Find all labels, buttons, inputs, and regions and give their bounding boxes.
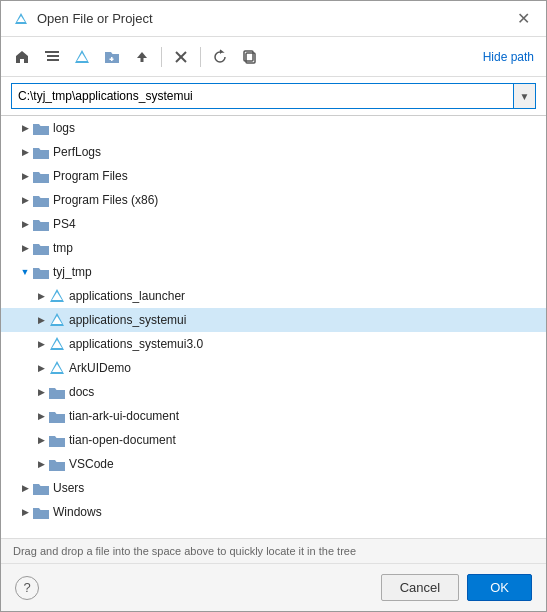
ark-project-icon bbox=[49, 312, 65, 328]
hint-bar: Drag and drop a file into the space abov… bbox=[1, 539, 546, 564]
tree-item[interactable]: ▶ Users bbox=[1, 476, 546, 500]
expand-icon: ▶ bbox=[33, 288, 49, 304]
title-left: Open File or Project bbox=[13, 11, 153, 27]
folder-icon bbox=[49, 384, 65, 400]
expand-icon: ▶ bbox=[17, 192, 33, 208]
svg-rect-3 bbox=[47, 55, 59, 57]
expand-icon: ▶ bbox=[33, 336, 49, 352]
tree-icon bbox=[44, 49, 60, 65]
new-folder-icon bbox=[104, 49, 120, 65]
tree-item-label: Windows bbox=[53, 505, 102, 519]
expand-icon: ▶ bbox=[33, 312, 49, 328]
up-icon bbox=[134, 49, 150, 65]
tree-item-label: Users bbox=[53, 481, 84, 495]
folder-icon bbox=[49, 456, 65, 472]
folder-icon bbox=[33, 240, 49, 256]
folder-icon bbox=[33, 120, 49, 136]
tree-item-label: VSCode bbox=[69, 457, 114, 471]
ok-button[interactable]: OK bbox=[467, 574, 532, 601]
expand-icon: ▶ bbox=[17, 120, 33, 136]
tree-item-label: tmp bbox=[53, 241, 73, 255]
expand-icon: ▶ bbox=[17, 480, 33, 496]
expand-icon: ▶ bbox=[33, 432, 49, 448]
tree-item-label: PS4 bbox=[53, 217, 76, 231]
folder-icon bbox=[33, 168, 49, 184]
app-title-icon bbox=[13, 11, 29, 27]
expand-icon: ▶ bbox=[17, 240, 33, 256]
tree-item[interactable]: ▶ VSCode bbox=[1, 452, 546, 476]
tree-item[interactable]: ▶ ArkUIDemo bbox=[1, 356, 546, 380]
delete-icon bbox=[174, 50, 188, 64]
refresh-button[interactable] bbox=[207, 44, 233, 70]
tree-item-label: Program Files bbox=[53, 169, 128, 183]
tree-item-label: docs bbox=[69, 385, 94, 399]
copy-path-button[interactable] bbox=[237, 44, 263, 70]
tree-view-button[interactable] bbox=[39, 44, 65, 70]
tree-item[interactable]: ▶ PS4 bbox=[1, 212, 546, 236]
home-icon bbox=[14, 49, 30, 65]
svg-rect-8 bbox=[110, 58, 114, 60]
refresh-icon bbox=[212, 49, 228, 65]
expand-icon: ▶ bbox=[33, 360, 49, 376]
folder-icon bbox=[33, 216, 49, 232]
folder-icon bbox=[49, 408, 65, 424]
button-bar: ? Cancel OK bbox=[1, 564, 546, 611]
tree-item[interactable]: ▶ PerfLogs bbox=[1, 140, 546, 164]
hint-text: Drag and drop a file into the space abov… bbox=[13, 545, 356, 557]
expand-icon: ▼ bbox=[17, 264, 33, 280]
file-tree[interactable]: ▶ logs ▶ PerfLogs ▶ Program Files ▶ bbox=[1, 116, 546, 539]
ark-project-icon bbox=[49, 336, 65, 352]
tree-item-label: logs bbox=[53, 121, 75, 135]
folder-icon bbox=[33, 504, 49, 520]
tree-item[interactable]: ▶ Program Files bbox=[1, 164, 546, 188]
open-file-dialog: Open File or Project ✕ bbox=[0, 0, 547, 612]
tree-item-label: applications_launcher bbox=[69, 289, 185, 303]
path-dropdown-button[interactable]: ▼ bbox=[514, 83, 536, 109]
tree-item[interactable]: ▶ tian-ark-ui-document bbox=[1, 404, 546, 428]
tree-item[interactable]: ▶ Program Files (x86) bbox=[1, 188, 546, 212]
toolbar: Hide path bbox=[1, 37, 546, 77]
svg-rect-4 bbox=[47, 59, 59, 61]
home-button[interactable] bbox=[9, 44, 35, 70]
tree-item-label: tyj_tmp bbox=[53, 265, 92, 279]
cancel-button[interactable]: Cancel bbox=[381, 574, 459, 601]
expand-icon: ▶ bbox=[17, 216, 33, 232]
folder-icon bbox=[33, 192, 49, 208]
delete-button[interactable] bbox=[168, 44, 194, 70]
expand-icon: ▶ bbox=[33, 384, 49, 400]
tree-item[interactable]: ▼ tyj_tmp bbox=[1, 260, 546, 284]
tree-item[interactable]: ▶ tian-open-document bbox=[1, 428, 546, 452]
folder-icon bbox=[49, 432, 65, 448]
tree-item[interactable]: ▶ docs bbox=[1, 380, 546, 404]
expand-icon: ▶ bbox=[33, 456, 49, 472]
tree-item-label: applications_systemui bbox=[69, 313, 186, 327]
toolbar-left bbox=[9, 44, 263, 70]
hide-path-button[interactable]: Hide path bbox=[479, 48, 538, 66]
expand-icon: ▶ bbox=[33, 408, 49, 424]
path-bar: ▼ bbox=[1, 77, 546, 116]
folder-icon bbox=[33, 144, 49, 160]
copy-icon bbox=[242, 49, 258, 65]
tree-item[interactable]: ▶ applications_systemui3.0 bbox=[1, 332, 546, 356]
tree-item-selected[interactable]: ▶ applications_systemui bbox=[1, 308, 546, 332]
ark-button[interactable] bbox=[69, 44, 95, 70]
expand-icon: ▶ bbox=[17, 144, 33, 160]
toolbar-separator bbox=[161, 47, 162, 67]
tree-item[interactable]: ▶ applications_launcher bbox=[1, 284, 546, 308]
expand-icon: ▶ bbox=[17, 168, 33, 184]
tree-item-label: tian-ark-ui-document bbox=[69, 409, 179, 423]
ark-icon bbox=[74, 49, 90, 65]
help-button[interactable]: ? bbox=[15, 576, 39, 600]
tree-item-label: applications_systemui3.0 bbox=[69, 337, 203, 351]
tree-item[interactable]: ▶ tmp bbox=[1, 236, 546, 260]
tree-item-label: PerfLogs bbox=[53, 145, 101, 159]
path-input[interactable] bbox=[11, 83, 514, 109]
tree-item[interactable]: ▶ logs bbox=[1, 116, 546, 140]
new-folder-button[interactable] bbox=[99, 44, 125, 70]
tree-item-label: tian-open-document bbox=[69, 433, 176, 447]
toolbar-separator-2 bbox=[200, 47, 201, 67]
up-button[interactable] bbox=[129, 44, 155, 70]
tree-item-label: Program Files (x86) bbox=[53, 193, 158, 207]
close-button[interactable]: ✕ bbox=[513, 9, 534, 29]
tree-item[interactable]: ▶ Windows bbox=[1, 500, 546, 524]
